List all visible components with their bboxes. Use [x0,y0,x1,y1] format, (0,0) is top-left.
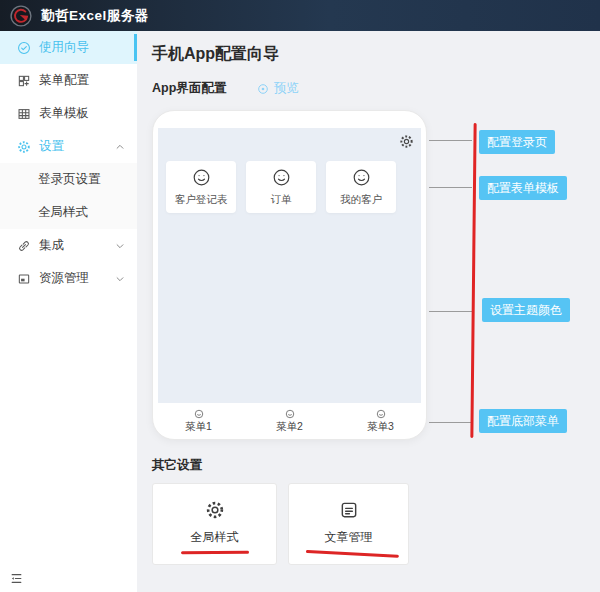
preview-link[interactable]: 预览 [257,80,299,97]
red-annotation-line [470,123,476,438]
sidebar-subitem-label: 全局样式 [38,204,88,221]
sidebar-item-label: 使用向导 [39,39,89,56]
sidebar-subitem-login-page-settings[interactable]: 登录页设置 [0,163,137,196]
app-card-label: 我的客户 [340,193,382,207]
article-icon [339,500,359,520]
sidebar-collapse-icon[interactable] [9,572,24,585]
annotation-connector-line [429,311,472,312]
smiley-icon [376,409,386,419]
preview-label: 预览 [274,80,299,97]
brand-logo-icon [10,5,32,27]
app-window: 勤哲Excel服务器 使用向导 菜单配置 [0,0,600,592]
annotation-configure-login-page[interactable]: 配置登录页 [479,130,555,154]
sidebar-item-integration[interactable]: 集成 [0,229,137,262]
annotation-configure-bottom-menu[interactable]: 配置底部菜单 [479,409,567,433]
app-card-label: 客户登记表 [175,193,228,207]
chevron-down-icon [115,274,125,284]
smiley-icon [352,168,371,187]
phone-settings-gear-icon[interactable] [399,134,414,149]
sidebar-item-menu-config[interactable]: 菜单配置 [0,64,137,97]
smiley-icon [285,409,295,419]
bottom-menu-item-1[interactable]: 菜单1 [153,403,244,439]
bottom-menu-label: 菜单3 [367,420,394,434]
gear-icon [205,500,225,520]
smiley-icon [192,168,211,187]
check-circle-icon [17,41,31,55]
gear-icon [17,140,31,154]
card-label: 全局样式 [191,529,239,546]
annotation-configure-form-template[interactable]: 配置表单模板 [479,176,567,200]
annotation-connector-line [429,422,472,423]
annotation-set-theme-color[interactable]: 设置主题颜色 [482,298,570,322]
sidebar-item-label: 表单模板 [39,105,89,122]
card-label: 文章管理 [325,529,373,546]
sidebar-item-label: 设置 [39,138,64,155]
bottom-menu-label: 菜单2 [276,420,303,434]
chevron-up-icon [115,142,125,152]
top-navbar: 勤哲Excel服务器 [0,0,600,31]
sidebar-item-form-template[interactable]: 表单模板 [0,97,137,130]
section-title-app-ui: App界面配置 [152,80,226,97]
sidebar-item-resource-management[interactable]: 资源管理 [0,262,137,295]
sidebar-item-settings[interactable]: 设置 [0,130,137,163]
bottom-menu-item-2[interactable]: 菜单2 [244,403,335,439]
main-content: 手机App配置向导 App界面配置 预览 [137,31,600,592]
app-card-my-customers[interactable]: 我的客户 [326,161,396,213]
app-card-label: 订单 [271,193,292,207]
link-icon [17,239,31,253]
section-title-other-settings: 其它设置 [152,457,202,474]
bottom-menu-label: 菜单1 [185,420,212,434]
page-title: 手机App配置向导 [152,44,279,65]
chevron-down-icon [115,241,125,251]
sidebar: 使用向导 菜单配置 表单模板 [0,31,137,592]
sidebar-item-label: 集成 [39,237,64,254]
sidebar-item-label: 菜单配置 [39,72,89,89]
sidebar-item-label: 资源管理 [39,270,89,287]
resource-box-icon [17,272,31,286]
app-title: 勤哲Excel服务器 [41,7,149,25]
app-card-orders[interactable]: 订单 [246,161,316,213]
annotation-connector-line [429,140,472,141]
annotation-connector-line [429,187,472,188]
phone-bottom-menu: 菜单1 菜单2 [153,403,426,439]
smiley-icon [194,409,204,419]
grid-icon [17,74,31,88]
app-card-customer-registration[interactable]: 客户登记表 [166,161,236,213]
table-icon [17,107,31,121]
eye-icon [257,83,269,95]
sidebar-subitem-global-style[interactable]: 全局样式 [0,196,137,229]
bottom-menu-item-3[interactable]: 菜单3 [335,403,426,439]
phone-app-grid: 客户登记表 订单 [166,161,396,213]
smiley-icon [272,168,291,187]
sidebar-item-usage-wizard[interactable]: 使用向导 [0,31,137,64]
phone-mockup: 客户登记表 订单 [152,110,427,440]
sidebar-subitem-label: 登录页设置 [38,171,101,188]
